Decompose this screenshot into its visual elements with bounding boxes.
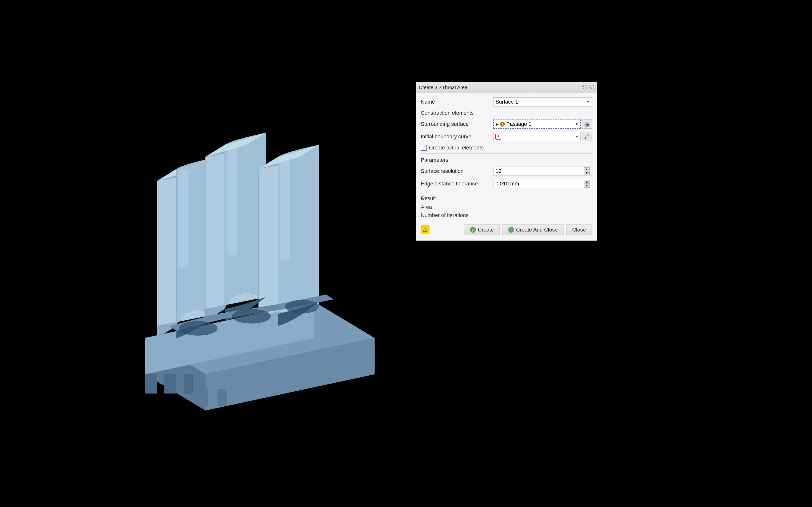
result-label: Result xyxy=(421,195,592,202)
surrounding-surface-input[interactable]: ▶ ✦ Passage 1 ▼ xyxy=(493,119,581,129)
svg-rect-8 xyxy=(198,389,208,406)
svg-rect-7 xyxy=(184,374,193,394)
create-and-close-label: Create And Close xyxy=(516,227,558,233)
svg-point-22 xyxy=(179,321,217,336)
surface-resolution-input[interactable]: 10 ▲ ▼ xyxy=(493,167,592,176)
svg-point-29 xyxy=(585,137,586,139)
create-actual-elements-checkbox[interactable]: ✓ xyxy=(421,145,426,151)
boundary-dropdown-arrow[interactable]: ▼ xyxy=(575,135,578,138)
edge-distance-label: Edge distance tolerance xyxy=(421,181,493,187)
iterations-label: Number of iterations xyxy=(421,212,469,218)
edge-distance-value: 0.010 mm xyxy=(495,181,519,187)
svg-rect-6 xyxy=(164,374,176,394)
warning-triangle-icon: ⚠ xyxy=(421,225,429,234)
surface-resolution-down[interactable]: ▼ xyxy=(584,171,590,175)
curve-select-icon xyxy=(585,134,590,139)
iterations-row: Number of iterations xyxy=(421,212,592,219)
dialog-title: Create 3D Throat Area xyxy=(419,85,467,90)
svg-rect-27 xyxy=(585,124,587,126)
create-3d-throat-area-dialog: Create 3D Throat Area ? ✕ Name Surface 1… xyxy=(416,82,597,241)
svg-rect-9 xyxy=(217,389,227,406)
surface-resolution-row: Surface resolution 10 ▲ ▼ xyxy=(421,167,592,176)
create-close-icon: + xyxy=(508,227,514,233)
surrounding-surface-label: Surrounding surface xyxy=(421,121,493,127)
surrounding-surface-value: Passage 1 xyxy=(506,121,573,127)
svg-point-24 xyxy=(285,300,319,314)
name-label: Name xyxy=(421,99,493,105)
boundary-curve-label: Initial boundary curve xyxy=(421,133,493,140)
button-row: ⚠ ✓ Create + Create And Close Close xyxy=(421,221,592,236)
name-value: Surface 1 xyxy=(495,99,518,105)
name-input[interactable]: Surface 1 ▼ xyxy=(493,97,592,107)
passage-icon: ✦ xyxy=(500,122,505,126)
boundary-curve-value: --- xyxy=(503,133,574,140)
create-button-label: Create xyxy=(478,227,494,233)
dialog-body: Name Surface 1 ▼ Construction elements S… xyxy=(416,93,597,240)
surrounding-surface-row: Surrounding surface ▶ ✦ Passage 1 ▼ xyxy=(421,119,592,129)
svg-rect-25 xyxy=(585,122,587,124)
svg-rect-26 xyxy=(587,122,589,124)
edge-distance-input[interactable]: 0.010 mm ▲ ▼ xyxy=(493,179,592,188)
edge-distance-up[interactable]: ▲ xyxy=(584,180,590,184)
svg-rect-28 xyxy=(587,124,589,126)
3d-viewport xyxy=(0,0,580,507)
title-controls: ? ✕ xyxy=(581,85,594,90)
edge-distance-spinner[interactable]: ▲ ▼ xyxy=(584,180,590,187)
surrounding-surface-select-button[interactable] xyxy=(582,119,592,129)
boundary-curve-row: Initial boundary curve ! --- ▼ xyxy=(421,132,592,141)
create-actual-elements-label: Create actual elements xyxy=(429,145,484,151)
dialog-titlebar: Create 3D Throat Area ? ✕ xyxy=(416,82,597,93)
close-button[interactable]: Close xyxy=(566,225,592,235)
create-and-close-button[interactable]: + Create And Close xyxy=(502,225,564,235)
svg-rect-5 xyxy=(145,374,157,394)
area-row: Area xyxy=(421,204,592,210)
name-dropdown-arrow[interactable]: ▼ xyxy=(586,100,590,104)
boundary-warning-icon: ! xyxy=(495,134,501,139)
surface-resolution-label: Surface resolution xyxy=(421,168,493,174)
help-button[interactable]: ? xyxy=(581,85,587,90)
create-button[interactable]: ✓ Create xyxy=(464,225,500,235)
edge-distance-down[interactable]: ▼ xyxy=(584,184,590,187)
boundary-curve-select-button[interactable] xyxy=(582,132,592,141)
play-icon: ▶ xyxy=(496,122,499,126)
edge-distance-row: Edge distance tolerance 0.010 mm ▲ ▼ xyxy=(421,179,592,188)
surface-resolution-up[interactable]: ▲ xyxy=(584,167,590,171)
parameters-label: Parameters xyxy=(421,157,592,163)
svg-point-23 xyxy=(232,309,271,324)
surface-resolution-value: 10 xyxy=(495,168,501,174)
name-row: Name Surface 1 ▼ xyxy=(421,97,592,107)
close-button-label: Close xyxy=(572,227,586,233)
area-label: Area xyxy=(421,204,432,210)
dialog-close-button[interactable]: ✕ xyxy=(588,85,594,90)
construction-elements-label: Construction elements xyxy=(421,110,592,116)
create-actual-elements-row: ✓ Create actual elements xyxy=(421,145,592,151)
create-button-icon: ✓ xyxy=(470,227,476,233)
select-icon xyxy=(585,121,590,127)
separator-1 xyxy=(421,153,592,154)
surface-resolution-spinner[interactable]: ▲ ▼ xyxy=(584,167,590,175)
boundary-curve-input[interactable]: ! --- ▼ xyxy=(493,132,581,141)
surrounding-dropdown-arrow[interactable]: ▼ xyxy=(575,122,578,126)
